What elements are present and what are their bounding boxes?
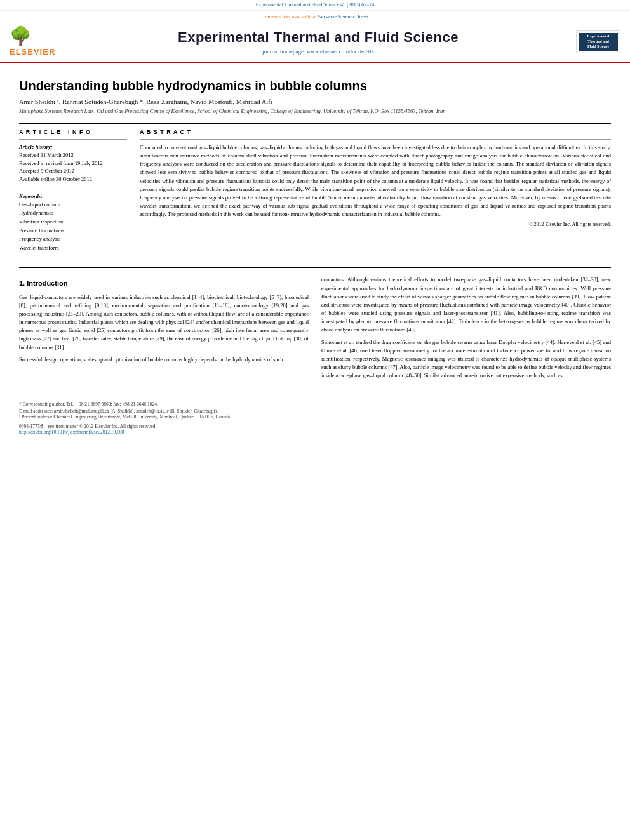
body-col-right: contactors. Although various theoretical… <box>321 276 611 383</box>
abstract-copyright: © 2012 Elsevier Inc. All rights reserved… <box>140 222 611 227</box>
divider2 <box>19 189 127 189</box>
keyword-4: Pressure fluctuations <box>19 227 127 236</box>
citation-text: Experimental Thermal and Fluid Science 4… <box>256 2 375 8</box>
intro-heading: 1. Introduction <box>19 278 309 289</box>
keywords-list: Gas–liquid column Hydrodynamics Vibratio… <box>19 201 127 253</box>
received-date: Received 31 March 2012 <box>19 151 127 159</box>
article-info-col: A R T I C L E I N F O Article history: R… <box>19 129 127 258</box>
history-label: Article history: <box>19 143 127 150</box>
article-meta: A R T I C L E I N F O Article history: R… <box>19 123 611 258</box>
online-date: Available online 30 October 2012 <box>19 175 127 183</box>
history-section: Article history: Received 31 March 2012 … <box>19 143 127 183</box>
body-text-left-2: Successful design, operation, scales up … <box>19 356 309 364</box>
keyword-6: Wavelet transform <box>19 244 127 253</box>
elsevier-tree-icon: 🌳 <box>10 27 32 45</box>
body-col-left: 1. Introduction Gas–liquid contactors ar… <box>19 276 309 383</box>
abstract-text: Compared to conventional gas–liquid bubb… <box>140 143 611 219</box>
footer-copyright: 0894-1777/$ – see front matter © 2012 El… <box>19 423 611 429</box>
elsevier-wordmark: ELSEVIER <box>10 47 55 57</box>
footer-email: E-mail addresses: amir.sheikhi@mail.mcgi… <box>19 408 611 414</box>
divider1 <box>19 139 127 140</box>
journal-main-title: Experimental Thermal and Fluid Science <box>67 29 570 46</box>
footer-doi: http://dx.doi.org/10.1016/j.expthermflus… <box>19 429 611 435</box>
journal-title-area: 🌳 ELSEVIER Experimental Thermal and Flui… <box>0 22 630 62</box>
main-content: Understanding bubble hydrodynamics in bu… <box>0 63 630 390</box>
thumb-icon: ExperimentalThermal andFluid Science <box>579 33 618 50</box>
keywords-section: Keywords: Gas–liquid column Hydrodynamic… <box>19 193 127 253</box>
footer-note-corresponding: * Corresponding author. Tel.: +98 21 669… <box>19 401 611 407</box>
journal-header: Experimental Thermal and Fluid Science 4… <box>0 0 630 63</box>
article-title: Understanding bubble hydrodynamics in bu… <box>19 79 611 93</box>
keyword-1: Gas–liquid column <box>19 201 127 210</box>
keywords-label: Keywords: <box>19 193 127 199</box>
elsevier-logo: 🌳 ELSEVIER <box>10 27 60 57</box>
affiliation: Multiphase Systems Research Lab., Oil an… <box>19 108 611 116</box>
journal-thumbnail: ExperimentalThermal andFluid Science <box>576 30 620 53</box>
keyword-5: Frequency analysis <box>19 235 127 244</box>
body-text-left-1: Gas–liquid contactors are widely used in… <box>19 293 309 352</box>
keyword-3: Vibration inspection <box>19 218 127 227</box>
keyword-2: Hydrodynamics <box>19 209 127 218</box>
accepted-date: Accepted 9 October 2012 <box>19 167 127 175</box>
journal-citation: Experimental Thermal and Fluid Science 4… <box>0 0 630 10</box>
footer-present-address: ¹ Present address: Chemical Engineering … <box>19 414 611 420</box>
article-info-heading: A R T I C L E I N F O <box>19 129 127 135</box>
sciverse-line: Contents lists available at SciVerse Sci… <box>0 10 630 22</box>
revised-date: Received in revised form 19 July 2012 <box>19 159 127 168</box>
journal-homepage: journal homepage: www.elsevier.com/locat… <box>67 48 570 55</box>
abstract-col: A B S T R A C T Compared to conventional… <box>140 129 611 258</box>
body-text-right-1: contactors. Although various theoretical… <box>321 276 611 334</box>
journal-center: Experimental Thermal and Fluid Science j… <box>67 29 570 55</box>
authors-line: Amir Sheikhi ¹, Rahmat Sotudeh-Gharebagh… <box>19 98 611 105</box>
body-text-right-2: Simonnet et al. studied the drag coeffic… <box>321 338 611 380</box>
page-footer: * Corresponding author. Tel.: +98 21 669… <box>0 397 630 439</box>
divider3 <box>140 139 611 140</box>
abstract-heading: A B S T R A C T <box>140 129 611 135</box>
body-columns: 1. Introduction Gas–liquid contactors ar… <box>19 267 611 383</box>
